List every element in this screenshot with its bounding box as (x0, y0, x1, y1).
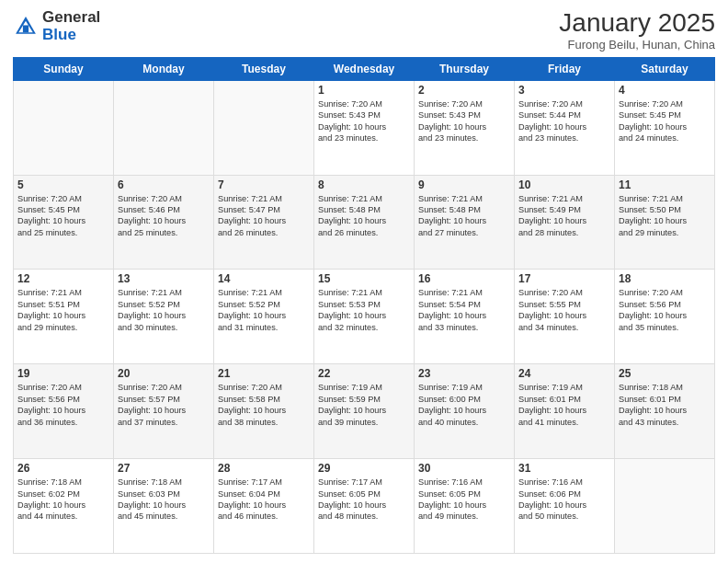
day-number: 26 (17, 462, 109, 475)
day-number: 14 (218, 272, 310, 285)
page: General Blue January 2025 Furong Beilu, … (0, 0, 728, 563)
day-number: 25 (619, 367, 711, 380)
day-number: 11 (619, 178, 711, 191)
day-number: 19 (17, 367, 109, 380)
calendar-cell (214, 80, 314, 175)
calendar-cell: 2Sunrise: 7:20 AM Sunset: 5:43 PM Daylig… (415, 80, 515, 175)
day-info: Sunrise: 7:20 AM Sunset: 5:43 PM Dayligh… (418, 98, 510, 144)
day-info: Sunrise: 7:21 AM Sunset: 5:47 PM Dayligh… (218, 193, 310, 239)
day-info: Sunrise: 7:21 AM Sunset: 5:50 PM Dayligh… (619, 193, 711, 239)
logo-text: General Blue (42, 9, 100, 43)
day-info: Sunrise: 7:20 AM Sunset: 5:58 PM Dayligh… (218, 382, 310, 428)
col-sunday: Sunday (14, 57, 114, 80)
calendar-cell: 17Sunrise: 7:20 AM Sunset: 5:55 PM Dayli… (515, 270, 615, 364)
day-info: Sunrise: 7:17 AM Sunset: 6:04 PM Dayligh… (218, 477, 310, 523)
col-thursday: Thursday (415, 57, 515, 80)
day-number: 15 (318, 272, 410, 285)
calendar-cell: 31Sunrise: 7:16 AM Sunset: 6:06 PM Dayli… (515, 459, 615, 554)
calendar-cell: 26Sunrise: 7:18 AM Sunset: 6:02 PM Dayli… (14, 459, 114, 554)
day-info: Sunrise: 7:19 AM Sunset: 6:00 PM Dayligh… (418, 382, 510, 428)
day-info: Sunrise: 7:18 AM Sunset: 6:03 PM Dayligh… (118, 477, 210, 523)
day-info: Sunrise: 7:20 AM Sunset: 5:45 PM Dayligh… (17, 193, 109, 239)
day-info: Sunrise: 7:20 AM Sunset: 5:55 PM Dayligh… (518, 287, 610, 333)
calendar-cell: 14Sunrise: 7:21 AM Sunset: 5:52 PM Dayli… (214, 270, 314, 364)
day-info: Sunrise: 7:17 AM Sunset: 6:05 PM Dayligh… (318, 477, 410, 523)
calendar-week-row: 26Sunrise: 7:18 AM Sunset: 6:02 PM Dayli… (14, 459, 715, 554)
calendar-cell: 20Sunrise: 7:20 AM Sunset: 5:57 PM Dayli… (114, 364, 214, 459)
day-info: Sunrise: 7:16 AM Sunset: 6:06 PM Dayligh… (518, 477, 610, 523)
day-info: Sunrise: 7:21 AM Sunset: 5:52 PM Dayligh… (218, 287, 310, 333)
day-number: 9 (418, 178, 510, 191)
day-number: 8 (318, 178, 410, 191)
calendar-cell: 27Sunrise: 7:18 AM Sunset: 6:03 PM Dayli… (114, 459, 214, 554)
day-number: 30 (418, 462, 510, 475)
day-number: 7 (218, 178, 310, 191)
calendar-cell (615, 459, 715, 554)
day-number: 4 (619, 84, 711, 97)
calendar-cell: 8Sunrise: 7:21 AM Sunset: 5:48 PM Daylig… (314, 175, 415, 270)
day-info: Sunrise: 7:21 AM Sunset: 5:51 PM Dayligh… (17, 287, 109, 333)
calendar-cell: 23Sunrise: 7:19 AM Sunset: 6:00 PM Dayli… (415, 364, 515, 459)
day-info: Sunrise: 7:16 AM Sunset: 6:05 PM Dayligh… (418, 477, 510, 523)
calendar-cell: 9Sunrise: 7:21 AM Sunset: 5:48 PM Daylig… (415, 175, 515, 270)
calendar-header-row: Sunday Monday Tuesday Wednesday Thursday… (14, 57, 715, 80)
day-info: Sunrise: 7:20 AM Sunset: 5:46 PM Dayligh… (118, 193, 210, 239)
day-number: 22 (318, 367, 410, 380)
month-title: January 2025 (559, 9, 715, 38)
calendar-cell: 5Sunrise: 7:20 AM Sunset: 5:45 PM Daylig… (14, 175, 114, 270)
calendar-body: 1Sunrise: 7:20 AM Sunset: 5:43 PM Daylig… (14, 80, 715, 553)
col-wednesday: Wednesday (314, 57, 415, 80)
calendar-cell (114, 80, 214, 175)
calendar-cell: 29Sunrise: 7:17 AM Sunset: 6:05 PM Dayli… (314, 459, 415, 554)
day-number: 18 (619, 272, 711, 285)
day-info: Sunrise: 7:21 AM Sunset: 5:52 PM Dayligh… (118, 287, 210, 333)
day-info: Sunrise: 7:21 AM Sunset: 5:49 PM Dayligh… (518, 193, 610, 239)
calendar-cell (14, 80, 114, 175)
day-number: 31 (518, 462, 610, 475)
calendar-cell: 12Sunrise: 7:21 AM Sunset: 5:51 PM Dayli… (14, 270, 114, 364)
day-info: Sunrise: 7:19 AM Sunset: 5:59 PM Dayligh… (318, 382, 410, 428)
day-number: 6 (118, 178, 210, 191)
col-saturday: Saturday (615, 57, 715, 80)
calendar-cell: 6Sunrise: 7:20 AM Sunset: 5:46 PM Daylig… (114, 175, 214, 270)
calendar-cell: 10Sunrise: 7:21 AM Sunset: 5:49 PM Dayli… (515, 175, 615, 270)
day-info: Sunrise: 7:21 AM Sunset: 5:54 PM Dayligh… (418, 287, 510, 333)
calendar-cell: 21Sunrise: 7:20 AM Sunset: 5:58 PM Dayli… (214, 364, 314, 459)
calendar-cell: 25Sunrise: 7:18 AM Sunset: 6:01 PM Dayli… (615, 364, 715, 459)
title-block: January 2025 Furong Beilu, Hunan, China (559, 9, 715, 52)
day-number: 2 (418, 84, 510, 97)
calendar-week-row: 19Sunrise: 7:20 AM Sunset: 5:56 PM Dayli… (14, 364, 715, 459)
day-info: Sunrise: 7:19 AM Sunset: 6:01 PM Dayligh… (518, 382, 610, 428)
calendar-table: Sunday Monday Tuesday Wednesday Thursday… (13, 57, 715, 554)
day-info: Sunrise: 7:20 AM Sunset: 5:57 PM Dayligh… (118, 382, 210, 428)
day-number: 20 (118, 367, 210, 380)
day-info: Sunrise: 7:20 AM Sunset: 5:45 PM Dayligh… (619, 98, 711, 144)
day-number: 27 (118, 462, 210, 475)
day-number: 13 (118, 272, 210, 285)
logo: General Blue (13, 9, 100, 43)
calendar-cell: 4Sunrise: 7:20 AM Sunset: 5:45 PM Daylig… (615, 80, 715, 175)
day-info: Sunrise: 7:20 AM Sunset: 5:44 PM Dayligh… (518, 98, 610, 144)
day-number: 16 (418, 272, 510, 285)
day-number: 12 (17, 272, 109, 285)
calendar-cell: 24Sunrise: 7:19 AM Sunset: 6:01 PM Dayli… (515, 364, 615, 459)
logo-icon (13, 14, 39, 40)
calendar-week-row: 1Sunrise: 7:20 AM Sunset: 5:43 PM Daylig… (14, 80, 715, 175)
day-info: Sunrise: 7:21 AM Sunset: 5:48 PM Dayligh… (318, 193, 410, 239)
col-tuesday: Tuesday (214, 57, 314, 80)
day-info: Sunrise: 7:21 AM Sunset: 5:48 PM Dayligh… (418, 193, 510, 239)
calendar-cell: 28Sunrise: 7:17 AM Sunset: 6:04 PM Dayli… (214, 459, 314, 554)
calendar-week-row: 5Sunrise: 7:20 AM Sunset: 5:45 PM Daylig… (14, 175, 715, 270)
calendar-week-row: 12Sunrise: 7:21 AM Sunset: 5:51 PM Dayli… (14, 270, 715, 364)
calendar-cell: 15Sunrise: 7:21 AM Sunset: 5:53 PM Dayli… (314, 270, 415, 364)
day-info: Sunrise: 7:20 AM Sunset: 5:56 PM Dayligh… (619, 287, 711, 333)
day-number: 1 (318, 84, 410, 97)
calendar-cell: 1Sunrise: 7:20 AM Sunset: 5:43 PM Daylig… (314, 80, 415, 175)
day-number: 28 (218, 462, 310, 475)
day-info: Sunrise: 7:18 AM Sunset: 6:02 PM Dayligh… (17, 477, 109, 523)
calendar-cell: 7Sunrise: 7:21 AM Sunset: 5:47 PM Daylig… (214, 175, 314, 270)
day-number: 21 (218, 367, 310, 380)
calendar-cell: 19Sunrise: 7:20 AM Sunset: 5:56 PM Dayli… (14, 364, 114, 459)
calendar-cell: 16Sunrise: 7:21 AM Sunset: 5:54 PM Dayli… (415, 270, 515, 364)
header: General Blue January 2025 Furong Beilu, … (13, 9, 715, 52)
